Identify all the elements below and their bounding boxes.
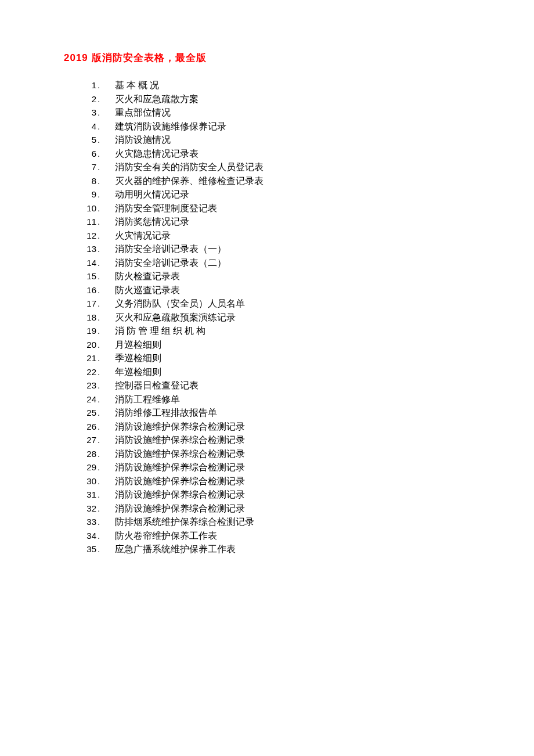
item-separator: . <box>96 351 115 365</box>
item-separator: . <box>96 460 115 474</box>
item-text: 消防设施维护保养综合检测记录 <box>115 420 245 434</box>
toc-item: 14.消防安全培训记录表（二） <box>74 256 534 270</box>
item-text: 季巡检细则 <box>115 351 161 365</box>
toc-item: 11.消防奖惩情况记录 <box>74 215 534 229</box>
item-number: 15 <box>74 269 96 283</box>
toc-item: 7.消防安全有关的消防安全人员登记表 <box>74 160 534 174</box>
item-number: 10 <box>74 201 96 215</box>
item-separator: . <box>96 78 115 92</box>
toc-item: 34.防火卷帘维护保养工作表 <box>74 529 534 543</box>
item-text: 防火巡查记录表 <box>115 283 180 297</box>
item-separator: . <box>96 529 115 543</box>
item-text: 火灾隐患情况记录表 <box>115 147 199 161</box>
item-text: 消防设施情况 <box>115 133 171 147</box>
item-number: 35 <box>74 542 96 556</box>
item-text: 控制器日检查登记表 <box>115 379 199 393</box>
toc-item: 20.月巡检细则 <box>74 338 534 352</box>
item-number: 30 <box>74 474 96 488</box>
item-text: 基 本 概 况 <box>115 78 159 92</box>
toc-item: 25.消防维修工程排故报告单 <box>74 406 534 420</box>
item-separator: . <box>96 433 115 447</box>
item-text: 动用明火情况记录 <box>115 188 189 201</box>
item-number: 32 <box>74 502 96 516</box>
toc-item: 16.防火巡查记录表 <box>74 283 534 297</box>
item-text: 重点部位情况 <box>115 106 171 120</box>
item-separator: . <box>96 147 115 161</box>
item-separator: . <box>96 269 115 283</box>
item-separator: . <box>96 283 115 297</box>
item-separator: . <box>96 174 115 188</box>
toc-list: 1.基 本 概 况2.灭火和应急疏散方案3.重点部位情况4.建筑消防设施维修保养… <box>64 78 534 556</box>
item-number: 13 <box>74 242 96 256</box>
item-number: 12 <box>74 229 96 243</box>
item-text: 消 防 管 理 组 织 机 构 <box>115 324 205 338</box>
item-separator: . <box>96 311 115 325</box>
item-number: 21 <box>74 351 96 365</box>
item-separator: . <box>96 188 115 201</box>
item-text: 防火卷帘维护保养工作表 <box>115 529 217 543</box>
toc-item: 13.消防安全培训记录表（一） <box>74 242 534 256</box>
toc-item: 9.动用明火情况记录 <box>74 188 534 201</box>
item-text: 火灾情况记录 <box>115 229 171 243</box>
toc-item: 2.灭火和应急疏散方案 <box>74 92 534 106</box>
item-text: 灭火和应急疏散方案 <box>115 92 199 106</box>
item-text: 消防工程维修单 <box>115 393 180 406</box>
item-text: 月巡检细则 <box>115 338 161 352</box>
item-number: 25 <box>74 406 96 420</box>
toc-item: 33.防排烟系统维护保养综合检测记录 <box>74 515 534 529</box>
item-separator: . <box>96 447 115 461</box>
item-separator: . <box>96 379 115 393</box>
toc-item: 23.控制器日检查登记表 <box>74 379 534 393</box>
item-text: 消防安全有关的消防安全人员登记表 <box>115 160 264 174</box>
item-separator: . <box>96 256 115 270</box>
toc-item: 17.义务消防队（安全员）人员名单 <box>74 297 534 311</box>
item-number: 2 <box>74 92 96 106</box>
toc-item: 27.消防设施维护保养综合检测记录 <box>74 433 534 447</box>
item-number: 1 <box>74 78 96 92</box>
item-text: 应急广播系统维护保养工作表 <box>115 542 236 556</box>
toc-item: 24.消防工程维修单 <box>74 393 534 406</box>
item-number: 19 <box>74 324 96 338</box>
item-number: 18 <box>74 311 96 325</box>
item-text: 建筑消防设施维修保养记录 <box>115 120 226 134</box>
item-text: 消防设施维护保养综合检测记录 <box>115 460 245 474</box>
toc-item: 35.应急广播系统维护保养工作表 <box>74 542 534 556</box>
item-number: 22 <box>74 365 96 379</box>
toc-item: 6.火灾隐患情况记录表 <box>74 147 534 161</box>
item-number: 31 <box>74 488 96 502</box>
toc-item: 32.消防设施维护保养综合检测记录 <box>74 502 534 516</box>
item-number: 5 <box>74 133 96 147</box>
item-text: 消防设施维护保养综合检测记录 <box>115 433 245 447</box>
item-separator: . <box>96 92 115 106</box>
item-separator: . <box>96 297 115 311</box>
item-text: 年巡检细则 <box>115 365 161 379</box>
item-number: 14 <box>74 256 96 270</box>
item-text: 防排烟系统维护保养综合检测记录 <box>115 515 254 529</box>
item-separator: . <box>96 106 115 120</box>
toc-item: 10.消防安全管理制度登记表 <box>74 201 534 215</box>
item-separator: . <box>96 502 115 516</box>
toc-item: 22.年巡检细则 <box>74 365 534 379</box>
item-text: 消防奖惩情况记录 <box>115 215 189 229</box>
item-number: 3 <box>74 106 96 120</box>
item-separator: . <box>96 542 115 556</box>
item-separator: . <box>96 488 115 502</box>
item-separator: . <box>96 474 115 488</box>
item-separator: . <box>96 215 115 229</box>
item-number: 28 <box>74 447 96 461</box>
item-number: 24 <box>74 393 96 406</box>
item-number: 6 <box>74 147 96 161</box>
item-number: 8 <box>74 174 96 188</box>
toc-item: 31.消防设施维护保养综合检测记录 <box>74 488 534 502</box>
item-number: 17 <box>74 297 96 311</box>
item-text: 义务消防队（安全员）人员名单 <box>115 297 245 311</box>
toc-item: 3.重点部位情况 <box>74 106 534 120</box>
toc-item: 15.防火检查记录表 <box>74 269 534 283</box>
toc-item: 30.消防设施维护保养综合检测记录 <box>74 474 534 488</box>
item-separator: . <box>96 324 115 338</box>
toc-item: 28.消防设施维护保养综合检测记录 <box>74 447 534 461</box>
toc-item: 8.灭火器的维护保养、维修检查记录表 <box>74 174 534 188</box>
item-separator: . <box>96 133 115 147</box>
item-number: 34 <box>74 529 96 543</box>
toc-item: 29.消防设施维护保养综合检测记录 <box>74 460 534 474</box>
